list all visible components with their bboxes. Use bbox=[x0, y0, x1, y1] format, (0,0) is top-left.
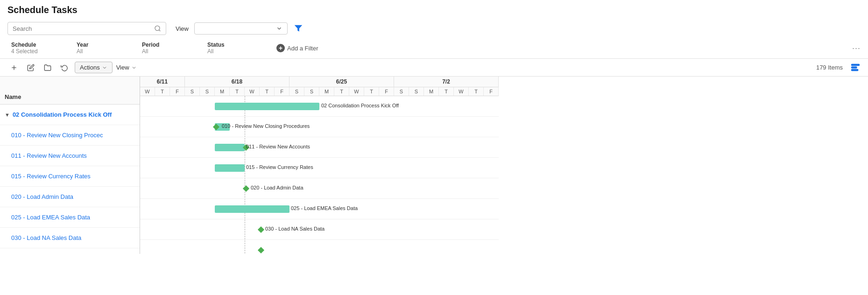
filter-year[interactable]: Year All bbox=[73, 40, 138, 56]
filter-icon[interactable] bbox=[293, 23, 303, 34]
task-link-parent-02[interactable]: 02 Consolidation Process Kick Off bbox=[13, 111, 112, 118]
day-t6: T bbox=[439, 87, 454, 96]
search-box[interactable] bbox=[7, 22, 166, 35]
day-t7: T bbox=[469, 87, 484, 96]
folder-button[interactable] bbox=[41, 63, 54, 73]
name-panel: Name ▼ 02 Consolidation Process Kick Off… bbox=[0, 77, 140, 254]
task-row-025[interactable]: 025 - Load EMEA Sales Data bbox=[0, 207, 140, 228]
day-s5: S bbox=[394, 87, 409, 96]
gantt-row-030: 030 - Load NA Sales Data bbox=[140, 219, 499, 240]
day-t5: T bbox=[364, 87, 379, 96]
day-f1: F bbox=[170, 87, 185, 96]
task-link-011[interactable]: 011 - Review New Accounts bbox=[11, 152, 87, 159]
gantt-bar-parent bbox=[215, 103, 319, 110]
view-dropdown[interactable] bbox=[194, 22, 288, 35]
task-row-035[interactable]: 035 - Load Asia Pacif... bbox=[0, 248, 140, 254]
svg-rect-6 bbox=[852, 69, 858, 70]
task-row-015[interactable]: 015 - Review Currency Rates bbox=[0, 166, 140, 187]
actions-label: Actions bbox=[80, 64, 100, 71]
filter-row-right: ··· bbox=[852, 43, 861, 53]
edit-button[interactable] bbox=[24, 63, 37, 73]
task-row-parent-02[interactable]: ▼ 02 Consolidation Process Kick Off bbox=[0, 105, 140, 125]
add-filter-button[interactable]: + Add a Filter bbox=[276, 44, 318, 52]
filter-schedule[interactable]: Schedule 4 Selected bbox=[7, 40, 73, 56]
main-area: Name ▼ 02 Consolidation Process Kick Off… bbox=[0, 77, 868, 254]
gantt-panel[interactable]: 6/11 6/18 6/25 7/2 W T F S S M T W T F bbox=[140, 77, 868, 254]
gantt-bar-label-025: 025 - Load EMEA Sales Data bbox=[291, 205, 358, 211]
refresh-button[interactable] bbox=[58, 63, 71, 73]
actions-chevron-icon bbox=[102, 65, 107, 70]
view-btn-label: View bbox=[116, 64, 129, 71]
task-row-011[interactable]: 011 - Review New Accounts bbox=[0, 146, 140, 166]
add-button[interactable] bbox=[7, 63, 21, 73]
chevron-down-icon bbox=[276, 25, 282, 32]
gantt-bar-label-011: 011 - Review New Accounts bbox=[246, 144, 310, 149]
task-link-020[interactable]: 020 - Load Admin Data bbox=[11, 193, 73, 200]
actions-button[interactable]: Actions bbox=[75, 62, 113, 73]
gantt-bar-label-020: 020 - Load Admin Data bbox=[251, 185, 303, 190]
filter-period-label: Period bbox=[142, 42, 200, 48]
filter-period[interactable]: Period All bbox=[138, 40, 204, 56]
filter-year-value: All bbox=[77, 48, 134, 55]
filter-schedule-label: Schedule bbox=[11, 42, 69, 48]
day-w4: W bbox=[454, 87, 469, 96]
gantt-row-035 bbox=[140, 240, 499, 254]
filter-period-value: All bbox=[142, 48, 200, 55]
gantt-milestone-035 bbox=[258, 247, 264, 253]
plus-icon: + bbox=[276, 44, 285, 52]
search-input[interactable] bbox=[13, 25, 154, 32]
gantt-milestone-020 bbox=[243, 185, 249, 192]
day-s2: S bbox=[200, 87, 215, 96]
gantt-day-row: W T F S S M T W T F S S M T W T F bbox=[140, 87, 499, 96]
gantt-row-010: 010 - Review New Closing Procedures bbox=[140, 117, 499, 137]
add-filter-label: Add a Filter bbox=[287, 45, 318, 52]
task-row-030[interactable]: 030 - Load NA Sales Data bbox=[0, 228, 140, 248]
gantt-toggle-icon[interactable] bbox=[850, 63, 861, 73]
search-icon bbox=[154, 25, 161, 32]
collapse-icon: ▼ bbox=[5, 112, 10, 118]
week-625: 6/25 bbox=[289, 77, 394, 87]
day-m3: M bbox=[424, 87, 439, 96]
view-chevron-icon bbox=[131, 65, 137, 70]
day-w3: W bbox=[349, 87, 364, 96]
task-link-030[interactable]: 030 - Load NA Sales Data bbox=[11, 234, 81, 241]
day-t2: T bbox=[230, 87, 245, 96]
gantt-row-020: 020 - Load Admin Data bbox=[140, 178, 499, 199]
gantt-bar-label-015: 015 - Review Currency Rates bbox=[246, 164, 313, 170]
view-btn[interactable]: View bbox=[116, 64, 137, 71]
filter-status-value: All bbox=[207, 48, 265, 55]
week-618: 6/18 bbox=[185, 77, 289, 87]
gantt-bar-025 bbox=[215, 205, 289, 213]
filter-row: Schedule 4 Selected Year All Period All … bbox=[0, 38, 868, 59]
day-f2: F bbox=[275, 87, 289, 96]
svg-point-0 bbox=[155, 26, 160, 30]
day-t1: T bbox=[155, 87, 170, 96]
ellipsis-button[interactable]: ··· bbox=[852, 43, 861, 53]
task-link-025[interactable]: 025 - Load EMEA Sales Data bbox=[11, 214, 90, 221]
svg-rect-5 bbox=[852, 67, 857, 68]
day-f4: F bbox=[484, 87, 499, 96]
week-611: 6/11 bbox=[140, 77, 185, 87]
task-link-010[interactable]: 010 - Review New Closing Procec bbox=[11, 132, 103, 139]
gantt-row-025: 025 - Load EMEA Sales Data bbox=[140, 199, 499, 219]
day-f3: F bbox=[379, 87, 394, 96]
gantt-milestone-030 bbox=[258, 226, 264, 233]
day-w2: W bbox=[245, 87, 260, 96]
filter-status-label: Status bbox=[207, 42, 265, 48]
search-row: View bbox=[0, 19, 868, 38]
gantt-bar-label-010: 010 - Review New Closing Procedures bbox=[222, 123, 310, 129]
day-m1: M bbox=[215, 87, 230, 96]
gantt-row-parent: // We'll render grid cells via JS below … bbox=[140, 96, 499, 117]
task-row-020[interactable]: 020 - Load Admin Data bbox=[0, 187, 140, 207]
svg-line-1 bbox=[159, 30, 160, 31]
task-link-015[interactable]: 015 - Review Currency Rates bbox=[11, 173, 91, 180]
filter-status[interactable]: Status All bbox=[204, 40, 269, 56]
gantt-bar-011 bbox=[215, 144, 245, 151]
items-count: 179 Items bbox=[816, 64, 843, 71]
task-row-010[interactable]: 010 - Review New Closing Procec bbox=[0, 125, 140, 146]
day-m2: M bbox=[319, 87, 334, 96]
day-s3: S bbox=[289, 87, 304, 96]
gantt-header: 6/11 6/18 6/25 7/2 W T F S S M T W T F bbox=[140, 77, 499, 96]
day-s1: S bbox=[185, 87, 200, 96]
day-t3: T bbox=[260, 87, 275, 96]
